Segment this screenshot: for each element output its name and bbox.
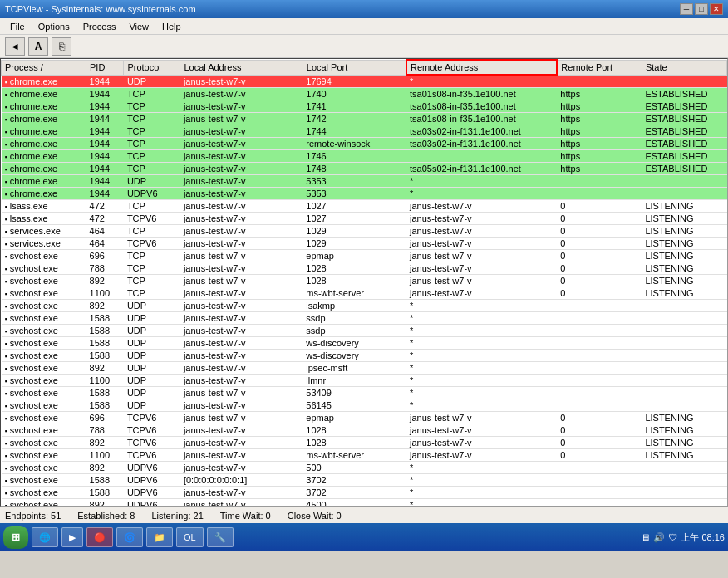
taskbar-app-blue[interactable]: 🌀 bbox=[116, 527, 143, 547]
menu-bar: File Options Process View Help bbox=[0, 18, 728, 35]
status-timewait: Time Wait: 0 bbox=[220, 511, 271, 521]
table-row[interactable]: ▪svchost.exe1588UDPjanus-test-w7-v56145* bbox=[2, 399, 727, 412]
col-pid[interactable]: PID bbox=[86, 60, 124, 75]
table-row[interactable]: ▪svchost.exe892UDPjanus-test-w7-vipsec-m… bbox=[2, 362, 727, 375]
taskbar-app-folder[interactable]: 📁 bbox=[146, 527, 173, 547]
table-row[interactable]: ▪svchost.exe1588UDPjanus-test-w7-vws-dis… bbox=[2, 350, 727, 362]
menu-file[interactable]: File bbox=[3, 20, 32, 33]
table-container[interactable]: Process / PID Protocol Local Address Loc… bbox=[0, 58, 728, 507]
title-bar: TCPView - Sysinternals: www.sysinternals… bbox=[0, 0, 728, 18]
table-row[interactable]: ▪chrome.exe1944TCPjanus-test-w7-v1748tsa… bbox=[2, 163, 727, 175]
col-local-port[interactable]: Local Port bbox=[303, 60, 406, 75]
table-body: ▪chrome.exe1944UDPjanus-test-w7-v17694*▪… bbox=[2, 75, 727, 507]
toolbar: ◄ A ⎘ bbox=[0, 35, 728, 58]
close-button[interactable]: ✕ bbox=[710, 3, 723, 15]
table-row[interactable]: ▪chrome.exe1944UDPjanus-test-w7-v17694* bbox=[2, 75, 727, 88]
col-local-address[interactable]: Local Address bbox=[180, 60, 303, 75]
toolbar-a-button[interactable]: A bbox=[28, 37, 48, 56]
status-closewait: Close Wait: 0 bbox=[288, 511, 342, 521]
taskbar-time: 上午 08:16 bbox=[681, 531, 725, 544]
table-row[interactable]: ▪svchost.exe892UDPV6janus-test-w7-v4500* bbox=[2, 499, 727, 507]
taskbar-right: 🖥 🔊 🛡 上午 08:16 bbox=[641, 531, 725, 544]
taskbar-icon-network: 🖥 bbox=[641, 532, 650, 542]
table-row[interactable]: ▪svchost.exe788TCPjanus-test-w7-v1028jan… bbox=[2, 262, 727, 275]
table-row[interactable]: ▪svchost.exe892TCPV6janus-test-w7-v1028j… bbox=[2, 437, 727, 449]
taskbar: ⊞ 🌐 ▶ 🔴 🌀 📁 OL 🔧 🖥 🔊 🛡 上午 08:16 bbox=[0, 523, 728, 551]
table-row[interactable]: ▪svchost.exe1588UDPjanus-test-w7-v53409* bbox=[2, 387, 727, 399]
minimize-button[interactable]: ─ bbox=[680, 3, 693, 15]
col-remote-address[interactable]: Remote Address bbox=[406, 60, 557, 75]
col-state[interactable]: State bbox=[642, 60, 726, 75]
status-endpoints: Endpoints: 51 bbox=[5, 511, 61, 521]
taskbar-icon-volume: 🔊 bbox=[653, 532, 665, 543]
taskbar-app-red[interactable]: 🔴 bbox=[86, 527, 113, 547]
toolbar-copy-button[interactable]: ⎘ bbox=[52, 37, 71, 56]
table-row[interactable]: ▪svchost.exe696TCPV6janus-test-w7-vepmap… bbox=[2, 412, 727, 424]
table-row[interactable]: ▪chrome.exe1944TCPjanus-test-w7-v1746htt… bbox=[2, 150, 727, 163]
table-row[interactable]: ▪chrome.exe1944TCPjanus-test-w7-v1741tsa… bbox=[2, 100, 727, 113]
start-button[interactable]: ⊞ bbox=[3, 526, 28, 549]
toolbar-back-button[interactable]: ◄ bbox=[5, 37, 25, 56]
table-row[interactable]: ▪chrome.exe1944UDPjanus-test-w7-v5353* bbox=[2, 175, 727, 188]
menu-help[interactable]: Help bbox=[155, 20, 188, 33]
maximize-button[interactable]: □ bbox=[695, 3, 708, 15]
col-process[interactable]: Process / bbox=[2, 60, 86, 75]
table-row[interactable]: ▪svchost.exe892UDPjanus-test-w7-visakmp* bbox=[2, 300, 727, 312]
table-row[interactable]: ▪svchost.exe1588UDPV6[0:0:0:0:0:0:0:1]37… bbox=[2, 474, 727, 487]
table-row[interactable]: ▪svchost.exe1100UDPjanus-test-w7-vllmnr* bbox=[2, 375, 727, 387]
table-row[interactable]: ▪chrome.exe1944TCPjanus-test-w7-vremote-… bbox=[2, 138, 727, 150]
connections-table: Process / PID Protocol Local Address Loc… bbox=[1, 59, 727, 507]
table-row[interactable]: ▪chrome.exe1944TCPjanus-test-w7-v1740tsa… bbox=[2, 88, 727, 100]
table-row[interactable]: ▪svchost.exe1588UDPV6janus-test-w7-v3702… bbox=[2, 487, 727, 499]
table-row[interactable]: ▪services.exe464TCPV6janus-test-w7-v1029… bbox=[2, 238, 727, 250]
table-row[interactable]: ▪svchost.exe1100TCPV6janus-test-w7-vms-w… bbox=[2, 449, 727, 462]
table-row[interactable]: ▪svchost.exe696TCPjanus-test-w7-vepmapja… bbox=[2, 250, 727, 262]
table-row[interactable]: ▪chrome.exe1944TCPjanus-test-w7-v1744tsa… bbox=[2, 125, 727, 138]
table-row[interactable]: ▪chrome.exe1944TCPjanus-test-w7-v1742tsa… bbox=[2, 113, 727, 125]
table-header-row: Process / PID Protocol Local Address Loc… bbox=[2, 60, 727, 75]
table-row[interactable]: ▪svchost.exe1100TCPjanus-test-w7-vms-wbt… bbox=[2, 287, 727, 300]
title-bar-buttons: ─ □ ✕ bbox=[680, 3, 723, 15]
status-established: Established: 8 bbox=[77, 511, 135, 521]
table-row[interactable]: ▪lsass.exe472TCPjanus-test-w7-v1027janus… bbox=[2, 200, 727, 213]
taskbar-app-tools[interactable]: 🔧 bbox=[207, 527, 234, 547]
table-row[interactable]: ▪svchost.exe788TCPV6janus-test-w7-v1028j… bbox=[2, 424, 727, 437]
taskbar-app-ie[interactable]: 🌐 bbox=[32, 527, 58, 547]
taskbar-app-media[interactable]: ▶ bbox=[61, 527, 83, 547]
table-row[interactable]: ▪svchost.exe892UDPV6janus-test-w7-v500* bbox=[2, 462, 727, 474]
taskbar-icon-security: 🛡 bbox=[668, 532, 677, 542]
menu-options[interactable]: Options bbox=[32, 20, 76, 33]
taskbar-app-ol[interactable]: OL bbox=[176, 527, 204, 547]
col-protocol[interactable]: Protocol bbox=[124, 60, 180, 75]
table-row[interactable]: ▪services.exe464TCPjanus-test-w7-v1029ja… bbox=[2, 225, 727, 238]
table-row[interactable]: ▪chrome.exe1944UDPV6janus-test-w7-v5353* bbox=[2, 188, 727, 200]
status-bar: Endpoints: 51 Established: 8 Listening: … bbox=[0, 507, 728, 523]
menu-process[interactable]: Process bbox=[76, 20, 123, 33]
table-row[interactable]: ▪svchost.exe1588UDPjanus-test-w7-vssdp* bbox=[2, 312, 727, 325]
table-row[interactable]: ▪svchost.exe1588UDPjanus-test-w7-vws-dis… bbox=[2, 337, 727, 350]
menu-view[interactable]: View bbox=[122, 20, 155, 33]
col-remote-port[interactable]: Remote Port bbox=[557, 60, 642, 75]
table-row[interactable]: ▪svchost.exe1588UDPjanus-test-w7-vssdp* bbox=[2, 325, 727, 337]
table-row[interactable]: ▪lsass.exe472TCPV6janus-test-w7-v1027jan… bbox=[2, 213, 727, 225]
status-listening: Listening: 21 bbox=[151, 511, 203, 521]
table-row[interactable]: ▪svchost.exe892TCPjanus-test-w7-v1028jan… bbox=[2, 275, 727, 287]
title-bar-text: TCPView - Sysinternals: www.sysinternals… bbox=[5, 4, 196, 14]
